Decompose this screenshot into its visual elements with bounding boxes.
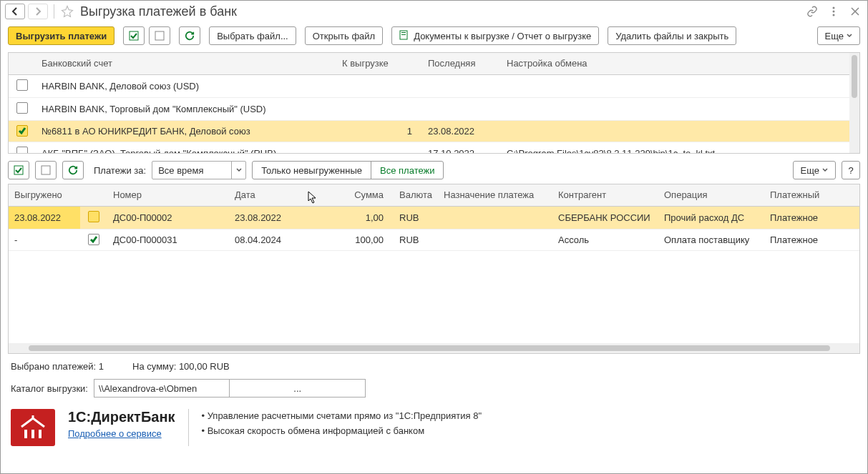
favorite-icon[interactable] bbox=[60, 4, 74, 19]
directory-input[interactable]: \\Alexandrova-e\Obmen ... bbox=[94, 379, 366, 398]
link-icon[interactable] bbox=[804, 4, 820, 19]
period-label: Платежи за: bbox=[94, 165, 146, 176]
svg-rect-9 bbox=[42, 166, 50, 174]
col-paydoc[interactable]: Платежный bbox=[764, 184, 859, 206]
svg-rect-4 bbox=[155, 31, 164, 40]
deselect-all-button[interactable] bbox=[149, 26, 170, 45]
choose-file-button[interactable]: Выбрать файл... bbox=[209, 26, 296, 45]
svg-point-0 bbox=[833, 7, 835, 9]
table-row[interactable]: -ДС00-П00003108.04.2024100,00RUBАссольОп… bbox=[9, 229, 859, 250]
svg-point-1 bbox=[833, 11, 835, 13]
banner-link[interactable]: Подробнее о сервисе bbox=[68, 428, 175, 439]
directory-label: Каталог выгрузки: bbox=[11, 383, 88, 394]
table-row[interactable]: HARBIN BANK, Торговый дом "Комплексный" … bbox=[9, 97, 859, 120]
forward-button[interactable] bbox=[28, 4, 48, 19]
table-row[interactable]: АКБ "ВПБ" (ЗАО), Торговый дом "Комплексн… bbox=[9, 142, 859, 154]
payments-table[interactable]: Выгружено Номер Дата Сумма Валюта Назнач… bbox=[8, 184, 860, 354]
col-counterparty[interactable]: Контрагент bbox=[552, 184, 658, 206]
svg-rect-3 bbox=[130, 31, 138, 40]
checkbox[interactable] bbox=[16, 147, 28, 154]
more-button[interactable]: Еще bbox=[817, 26, 860, 45]
col-sum[interactable]: Сумма bbox=[301, 184, 394, 206]
col-number[interactable]: Номер bbox=[107, 184, 229, 206]
col-to-upload[interactable]: К выгрузке bbox=[336, 53, 422, 74]
col-currency[interactable]: Валюта bbox=[394, 184, 438, 206]
docs-report-button[interactable]: Документы к выгрузке / Отчет о выгрузке bbox=[391, 26, 599, 45]
period-select[interactable]: Все время bbox=[152, 161, 246, 179]
table-row[interactable]: HARBIN BANK, Деловой союз (USD) bbox=[9, 74, 859, 97]
upload-payments-button[interactable]: Выгрузить платежи bbox=[8, 26, 114, 45]
browse-button[interactable]: ... bbox=[229, 380, 365, 397]
page-title: Выгрузка платежей в банк bbox=[80, 4, 801, 19]
col-operation[interactable]: Операция bbox=[658, 184, 764, 206]
svg-point-2 bbox=[833, 14, 835, 16]
svg-rect-8 bbox=[14, 166, 23, 174]
checkbox[interactable] bbox=[16, 102, 28, 114]
col-config[interactable]: Настройка обмена bbox=[501, 53, 859, 74]
kebab-icon[interactable] bbox=[826, 4, 842, 19]
svg-rect-10 bbox=[24, 430, 27, 438]
checkbox[interactable] bbox=[88, 234, 99, 245]
col-last[interactable]: Последняя bbox=[422, 53, 501, 74]
close-icon[interactable] bbox=[847, 4, 863, 19]
delete-close-button[interactable]: Удалить файлы и закрыть bbox=[608, 26, 736, 45]
checkbox[interactable] bbox=[16, 125, 28, 137]
scrollbar-horizontal[interactable] bbox=[9, 343, 859, 353]
selected-count: Выбрано платежей: 1 bbox=[11, 361, 104, 372]
col-account[interactable]: Банковский счет bbox=[36, 53, 336, 74]
help-button[interactable]: ? bbox=[842, 161, 860, 179]
svg-rect-12 bbox=[39, 430, 42, 438]
table-row[interactable]: 23.08.2022ДС00-П0000223.08.20221,00RUBСБ… bbox=[9, 206, 859, 229]
filter-segment: Только невыгруженные Все платежи bbox=[252, 161, 444, 179]
deselect-all-payments-button[interactable] bbox=[35, 161, 57, 179]
checkbox[interactable] bbox=[88, 211, 99, 222]
svg-rect-11 bbox=[31, 430, 34, 438]
svg-rect-7 bbox=[401, 34, 406, 35]
seg-all[interactable]: Все платежи bbox=[371, 162, 443, 179]
directbank-logo bbox=[11, 409, 55, 446]
scrollbar-vertical[interactable] bbox=[849, 53, 859, 153]
checkbox[interactable] bbox=[16, 79, 28, 91]
banner-bullets: • Управление расчетными счетами прямо из… bbox=[202, 409, 482, 439]
open-file-button[interactable]: Открыть файл bbox=[305, 26, 383, 45]
col-date[interactable]: Дата bbox=[229, 184, 301, 206]
more-payments-button[interactable]: Еще bbox=[793, 161, 836, 179]
seg-not-uploaded[interactable]: Только невыгруженные bbox=[253, 162, 371, 179]
document-icon bbox=[399, 30, 409, 42]
svg-rect-6 bbox=[401, 32, 406, 33]
chevron-down-icon bbox=[231, 162, 245, 179]
selected-sum: На сумму: 100,00 RUB bbox=[132, 361, 230, 372]
banner-title: 1С:ДиректБанк bbox=[68, 409, 175, 425]
refresh-payments-button[interactable] bbox=[62, 161, 84, 179]
back-button[interactable] bbox=[5, 4, 25, 19]
accounts-table[interactable]: Банковский счет К выгрузке Последняя Нас… bbox=[8, 52, 860, 154]
col-uploaded[interactable]: Выгружено bbox=[9, 184, 80, 206]
col-purpose[interactable]: Назначение платежа bbox=[438, 184, 552, 206]
select-all-button[interactable] bbox=[123, 26, 145, 45]
table-row[interactable]: №6811 в АО ЮНИКРЕДИТ БАНК, Деловой союз1… bbox=[9, 120, 859, 142]
refresh-button[interactable] bbox=[179, 26, 200, 45]
select-all-payments-button[interactable] bbox=[8, 161, 29, 179]
